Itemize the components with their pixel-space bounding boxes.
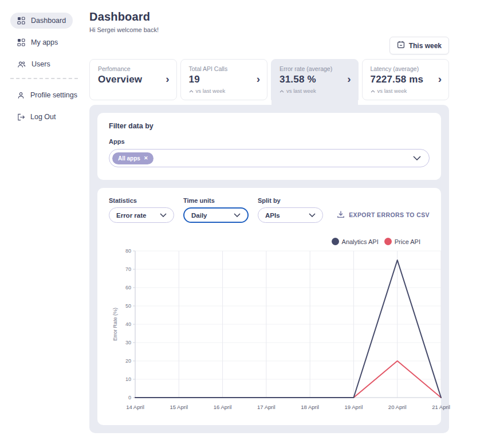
sidebar-item-profile-settings[interactable]: Profile settings: [10, 87, 84, 103]
svg-text:0: 0: [128, 395, 131, 400]
sidebar-item-dashboard[interactable]: Dashboard: [10, 13, 73, 29]
logout-icon: [17, 113, 25, 121]
time-units-select[interactable]: Daily: [183, 207, 249, 223]
chevron-down-icon: [413, 156, 421, 160]
chevron-down-icon: [160, 213, 167, 217]
time-units-label: Time units: [183, 197, 249, 204]
profile-icon: [17, 92, 25, 99]
svg-text:16 April: 16 April: [214, 404, 232, 410]
chevron-right-icon: ›: [347, 73, 351, 84]
filter-card: Filter data by Apps All apps ✕: [97, 113, 441, 180]
chevron-down-icon: [309, 213, 316, 217]
dashboard-panel: Filter data by Apps All apps ✕ Statisti: [89, 105, 449, 433]
svg-text:20: 20: [125, 358, 131, 364]
svg-text:60: 60: [125, 285, 131, 290]
this-week-button[interactable]: This week: [389, 37, 449, 54]
svg-text:18 April: 18 April: [301, 404, 319, 410]
remove-chip-icon[interactable]: ✕: [144, 156, 148, 161]
grid-icon: [17, 38, 25, 46]
legend-item: Analytics API: [332, 238, 379, 245]
split-by-group: Split by APIs: [258, 197, 323, 223]
legend-item: Price API: [384, 238, 420, 245]
sidebar-divider: [10, 78, 78, 79]
export-csv-button[interactable]: EXPORT ERRORS TO CSV: [337, 210, 430, 219]
stat-card-latency[interactable]: Latency (average) 7227.58 ms vs last wee…: [362, 59, 450, 100]
svg-text:30: 30: [125, 340, 131, 345]
sidebar-item-my-apps[interactable]: My apps: [10, 34, 65, 50]
stat-card-trend: vs last week: [371, 88, 441, 94]
svg-text:10: 10: [125, 376, 131, 382]
download-icon: [337, 210, 345, 219]
stat-card-trend: vs last week: [189, 88, 259, 94]
caret-up-icon: [371, 88, 375, 94]
chip-label: All apps: [118, 155, 140, 162]
apps-select[interactable]: All apps ✕: [109, 149, 430, 167]
chevron-right-icon: ›: [166, 73, 169, 84]
time-units-group: Time units Daily: [183, 197, 249, 223]
chart-card: Statistics Error rate Time units Daily: [97, 188, 441, 425]
svg-text:20 April: 20 April: [388, 404, 407, 410]
page-title: Dashboard: [89, 10, 449, 23]
stat-card-value: 31.58 %: [280, 74, 350, 85]
sidebar-item-log-out[interactable]: Log Out: [10, 109, 62, 125]
svg-text:17 April: 17 April: [257, 404, 276, 410]
filter-title: Filter data by: [109, 122, 430, 130]
svg-text:70: 70: [125, 266, 131, 272]
legend-label: Price API: [395, 238, 420, 245]
sidebar-item-users[interactable]: Users: [10, 56, 57, 72]
stat-card-trend: vs last week: [280, 88, 350, 94]
split-by-label: Split by: [258, 197, 323, 204]
caret-up-icon: [189, 88, 194, 94]
stat-card-performance[interactable]: Perfomance Overview ›: [89, 59, 177, 100]
chart-legend: Analytics APIPrice API: [109, 238, 420, 245]
svg-text:19 April: 19 April: [345, 404, 363, 410]
svg-text:40: 40: [125, 321, 131, 327]
svg-text:50: 50: [125, 303, 131, 309]
sidebar-item-label: Profile settings: [30, 91, 77, 99]
this-week-label: This week: [409, 42, 442, 50]
chevron-down-icon: [234, 213, 241, 217]
period-row: This week: [89, 37, 449, 54]
sidebar-item-label: My apps: [31, 38, 58, 46]
sidebar-item-label: Users: [32, 60, 50, 68]
svg-text:15 April: 15 April: [170, 404, 188, 410]
stat-cards-row: Perfomance Overview › Total API Calls 19…: [89, 59, 449, 100]
sidebar-item-label: Log Out: [30, 113, 56, 121]
svg-text:14 April: 14 April: [126, 404, 144, 410]
app-root: Dashboard My apps Users Profile settings: [0, 0, 488, 448]
statistics-select[interactable]: Error rate: [109, 207, 174, 223]
svg-text:Error Rate (%): Error Rate (%): [112, 308, 118, 341]
stat-card-label: Latency (average): [371, 65, 441, 72]
greeting-text: Hi Sergei welcome back!: [89, 26, 449, 33]
legend-dot-icon: [332, 238, 339, 245]
legend-label: Analytics API: [342, 238, 379, 245]
statistics-value: Error rate: [116, 212, 146, 219]
stat-card-total-api-calls[interactable]: Total API Calls 19 vs last week ›: [180, 59, 268, 100]
stat-card-value: 7227.58 ms: [371, 74, 441, 85]
chevron-right-icon: ›: [257, 73, 260, 84]
svg-text:21 April: 21 April: [432, 404, 450, 410]
statistics-label: Statistics: [109, 197, 174, 204]
stat-card-value: Overview: [98, 74, 168, 85]
split-by-value: APIs: [265, 212, 280, 219]
stat-card-label: Total API Calls: [189, 65, 259, 72]
calendar-icon: [397, 41, 405, 50]
time-units-value: Daily: [191, 212, 207, 219]
stat-card-value: 19: [189, 74, 259, 85]
stat-card-label: Error rate (average): [280, 65, 350, 72]
sidebar: Dashboard My apps Users Profile settings: [0, 0, 86, 448]
grid-icon: [17, 17, 25, 25]
stat-card-error-rate[interactable]: Error rate (average) 31.58 % vs last wee…: [271, 59, 359, 100]
users-icon: [17, 61, 26, 68]
statistics-group: Statistics Error rate: [109, 197, 174, 223]
caret-up-icon: [280, 88, 284, 94]
all-apps-chip[interactable]: All apps ✕: [112, 152, 154, 164]
apps-label: Apps: [109, 138, 430, 145]
sidebar-item-label: Dashboard: [31, 17, 66, 25]
svg-text:80: 80: [125, 248, 131, 254]
main-content: Dashboard Hi Sergei welcome back! This w…: [86, 0, 467, 448]
split-by-select[interactable]: APIs: [258, 207, 323, 223]
chart-controls: Statistics Error rate Time units Daily: [109, 197, 430, 223]
export-csv-label: EXPORT ERRORS TO CSV: [349, 211, 430, 218]
error-rate-chart: 14 April15 April16 April17 April18 April…: [109, 246, 456, 415]
